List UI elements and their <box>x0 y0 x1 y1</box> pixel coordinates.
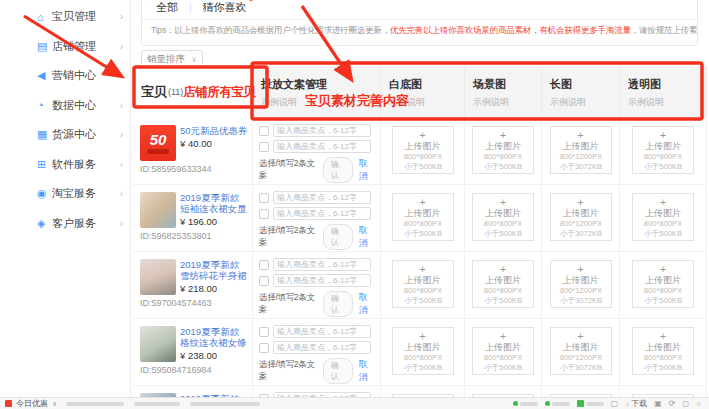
selling-point-input[interactable] <box>273 140 371 153</box>
checkbox[interactable] <box>259 343 269 353</box>
plus-icon: + <box>473 197 533 208</box>
cancel-button[interactable]: 取消 <box>358 224 375 250</box>
cancel-button[interactable]: 取消 <box>358 291 375 317</box>
product-thumbnail[interactable] <box>140 326 176 362</box>
sidebar-item-software-services[interactable]: ⊞ 软件服务 › <box>28 150 130 180</box>
upload-image-button[interactable]: + 上传图片 800*800PX 小于500KB <box>392 126 454 174</box>
upload-image-button[interactable]: + 上传图片 800*1200PX 小于3072KB <box>550 327 612 375</box>
status-bar-left-item[interactable]: 今日优惠 <box>16 398 48 409</box>
checkbox[interactable] <box>259 209 269 219</box>
header-title: 投放文案管理 <box>261 77 380 92</box>
selling-point-input[interactable] <box>273 258 371 271</box>
mail-icon[interactable]: ▢ <box>611 400 619 408</box>
tab-guess-you-like[interactable]: 猜你喜欢 <box>203 0 247 15</box>
sidebar-item-label: 数据中心 <box>52 98 96 113</box>
upload-image-button[interactable]: + 上传图片 800*800PX 小于500KB <box>392 193 454 241</box>
panel-icon[interactable]: ◻ <box>683 400 690 408</box>
coupon-strip <box>147 149 169 154</box>
selling-point-input[interactable] <box>273 274 371 287</box>
checkbox[interactable] <box>259 193 269 203</box>
example-link[interactable]: 示例说明 <box>473 96 541 109</box>
upload-image-button[interactable]: + 上传图片 800*800PX 小于500KB <box>632 327 694 375</box>
copy-cell: 选择/填写2条文案 确认 取消 <box>253 118 381 184</box>
upload-size: 800*1200PX <box>552 219 609 228</box>
illegible-text <box>66 402 124 406</box>
confirm-button[interactable]: 确认 <box>323 358 354 384</box>
status-indicator-green[interactable] <box>545 401 570 406</box>
product-name-link[interactable]: 50元新品优惠券 <box>180 125 248 136</box>
example-link[interactable]: 示例说明 <box>261 96 380 109</box>
extension-icon[interactable] <box>577 400 604 407</box>
tab-all[interactable]: 全部 <box>156 0 178 15</box>
sidebar-item-marketing-center[interactable]: ◀ 营销中心 <box>28 61 130 91</box>
sidebar-item-customer-services[interactable]: ◈ 客户服务 › <box>28 209 130 239</box>
upload-cell-whitebg: + 上传图片 800*800PX 小于500KB <box>381 185 465 251</box>
upload-image-button[interactable]: + 上传图片 800*800PX 小于500KB <box>632 193 694 241</box>
sidebar-item-data-center[interactable]: ◔ 数据中心 › <box>28 91 130 121</box>
sidebar-item-supply-center[interactable]: ▦ 货源中心 › <box>28 120 130 150</box>
upload-size: 800*800PX <box>635 353 692 362</box>
tab-bar: 全部 | 猜你喜欢 <box>142 0 697 20</box>
checkbox[interactable] <box>259 276 269 286</box>
upload-image-button[interactable]: + 上传图片 800*800PX 小于500KB <box>472 193 534 241</box>
upload-limit: 小于500KB <box>635 296 692 305</box>
upload-image-button[interactable]: + 上传图片 800*800PX 小于500KB <box>632 260 694 308</box>
selling-point-input[interactable] <box>273 325 371 338</box>
confirm-button[interactable]: 确认 <box>323 157 354 183</box>
upload-limit: 小于500KB <box>475 296 532 305</box>
upload-image-button[interactable]: + 上传图片 800*1200PX 小于3072KB <box>550 193 612 241</box>
product-thumbnail[interactable] <box>140 259 176 295</box>
window-icon[interactable]: ▣ <box>654 400 662 408</box>
example-link[interactable]: 示例说明 <box>389 96 464 109</box>
upload-image-button[interactable]: + 上传图片 800*1200PX 小于3072KB <box>550 126 612 174</box>
circle-icon[interactable]: ○ <box>696 400 701 408</box>
chevron-right-icon: › <box>120 100 123 111</box>
sidebar-item-product-management[interactable]: ⌂ 宝贝管理 › <box>28 2 130 32</box>
selling-point-input[interactable] <box>273 191 371 204</box>
chevron-right-icon: › <box>120 129 123 140</box>
upload-image-button[interactable]: + 上传图片 800*800PX 小于500KB <box>392 260 454 308</box>
sidebar-item-shop-management[interactable]: ▤ 店铺管理 › <box>28 32 130 62</box>
upload-image-button[interactable]: + 上传图片 800*800PX 小于500KB <box>472 327 534 375</box>
product-name-link[interactable]: 2019夏季新款雪纺碎花半身裙女中长款显瘦百搭 <box>180 259 248 281</box>
upload-image-button[interactable]: + 上传图片 800*800PX 小于500KB <box>472 260 534 308</box>
product-name-link[interactable]: 2019夏季新款格纹连衣裙女修身显瘦小众网红 <box>180 326 248 348</box>
copy-cell: 选择/填写2条文案 确认 取消 <box>253 252 381 318</box>
material-table: 宝贝 (11) 店铺所有宝贝 投放文案管理 示例说明 白底图 示例说明 场景图 … <box>133 66 707 409</box>
status-bar-logo-icon <box>5 400 12 407</box>
selling-point-input[interactable] <box>273 207 371 220</box>
product-thumbnail-coupon[interactable]: 50 <box>140 125 176 161</box>
cancel-button[interactable]: 取消 <box>358 157 375 183</box>
checkbox[interactable] <box>259 327 269 337</box>
example-link[interactable]: 示例说明 <box>550 96 619 109</box>
download-item[interactable]: ↓ 下载 <box>625 398 647 409</box>
illegible-text <box>520 402 538 406</box>
upload-cell-scene: + 上传图片 800*800PX 小于500KB <box>465 252 542 318</box>
status-indicator-green[interactable] <box>513 401 538 406</box>
checkbox[interactable] <box>259 260 269 270</box>
download-label: 下载 <box>631 398 647 409</box>
checkbox[interactable] <box>259 126 269 136</box>
chevron-right-icon: › <box>120 41 123 52</box>
upload-image-button[interactable]: + 上传图片 800*1200PX 小于3072KB <box>550 260 612 308</box>
cancel-button[interactable]: 取消 <box>358 358 375 384</box>
confirm-button[interactable]: 确认 <box>323 224 354 250</box>
plus-icon: + <box>393 197 453 208</box>
selling-point-input[interactable] <box>273 341 371 354</box>
upload-size: 800*800PX <box>394 286 451 295</box>
product-thumbnail[interactable] <box>140 192 176 228</box>
upload-image-button[interactable]: + 上传图片 800*800PX 小于500KB <box>632 126 694 174</box>
refresh-icon[interactable]: ⟳ <box>669 400 676 408</box>
example-link[interactable]: 示例说明 <box>628 96 706 109</box>
selling-point-input[interactable] <box>273 124 371 137</box>
plus-icon: + <box>473 264 533 275</box>
upload-image-button[interactable]: + 上传图片 800*800PX 小于500KB <box>392 327 454 375</box>
upload-image-button[interactable]: + 上传图片 800*800PX 小于500KB <box>472 126 534 174</box>
upload-label: 上传图片 <box>473 208 533 219</box>
confirm-button[interactable]: 确认 <box>323 291 354 317</box>
product-name-link[interactable]: 2019夏季新款短袖连衣裙女显瘦T恤中长款 <box>180 192 248 214</box>
upload-label: 上传图片 <box>551 141 611 152</box>
checkbox[interactable] <box>259 142 269 152</box>
customer-service-icon: ◈ <box>37 217 52 230</box>
sidebar-item-taobao-services[interactable]: ◉ 淘宝服务 › <box>28 179 130 209</box>
